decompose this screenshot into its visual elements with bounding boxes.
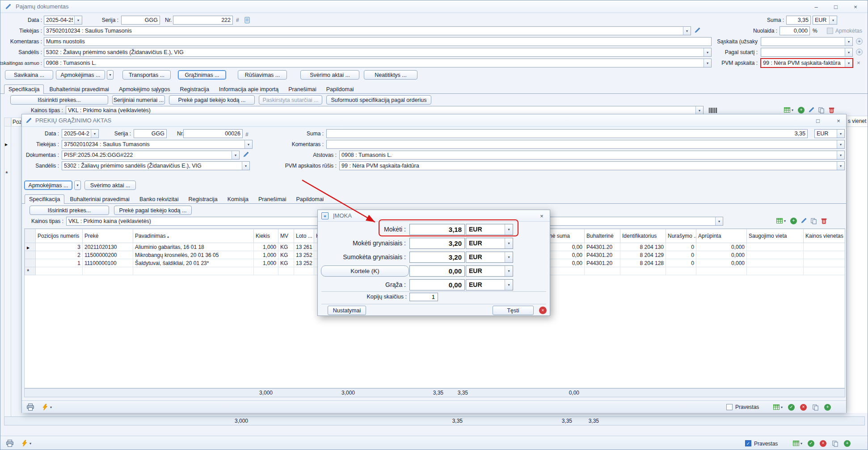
rtab-banko-rekvizitai[interactable]: Banko rekvizitai xyxy=(135,194,183,204)
graza-input[interactable]: 0,00 xyxy=(409,279,465,290)
atstovas-combo[interactable]: 0908 : Tumasonis L.▾ xyxy=(339,151,845,160)
grid-icon[interactable] xyxy=(784,106,791,114)
kortele-currency-combo[interactable]: EUR▾ xyxy=(466,265,513,277)
pencil-icon[interactable] xyxy=(243,151,249,158)
column-header[interactable]: Pozicijos numeris xyxy=(11,118,21,126)
tab-registracija[interactable]: Registracija xyxy=(176,84,214,94)
grid-icon[interactable] xyxy=(792,440,800,447)
chevron-down-icon[interactable]: ▾ xyxy=(683,27,691,35)
tab-specifikacija[interactable]: Specifikacija xyxy=(4,84,44,94)
lightning-icon[interactable] xyxy=(21,440,28,447)
nr-input[interactable]: 00026 xyxy=(183,129,243,138)
copy-icon[interactable] xyxy=(810,218,817,224)
komentaras-combo[interactable]: ▾ xyxy=(326,140,845,149)
close-button[interactable]: × xyxy=(850,2,861,11)
grid-icon[interactable] xyxy=(773,404,780,411)
lightning-icon[interactable] xyxy=(42,404,49,411)
cancel-icon[interactable]: × xyxy=(800,404,807,411)
column-header[interactable]: Kiekis xyxy=(254,229,278,243)
pvm-combo[interactable]: 99 : Nėra PVM sąskaita-faktūra▾ xyxy=(761,59,853,67)
close-button[interactable]: × xyxy=(833,116,844,125)
pravestas-checkbox[interactable] xyxy=(726,404,733,410)
chevron-down-icon[interactable]: ▾ xyxy=(505,280,513,290)
column-header[interactable]: Prekė xyxy=(83,229,133,243)
sverimo-aktai-button[interactable]: Svėrimo aktai ... xyxy=(84,181,136,190)
column-header[interactable]: Pavadinimas ▴ xyxy=(133,229,254,243)
delete-icon[interactable] xyxy=(828,107,835,114)
delete-icon[interactable] xyxy=(821,218,827,224)
graza-currency-combo[interactable]: EUR▾ xyxy=(466,279,513,290)
clear-icon[interactable]: × xyxy=(857,59,860,67)
hash-button[interactable]: # xyxy=(236,16,239,25)
preke-pagal-koda-button[interactable]: Prekė pagal tiekėjo kodą ... xyxy=(114,206,192,215)
kortele-input[interactable]: 0,00 xyxy=(409,265,465,277)
kainos-tipas-combo[interactable]: VKL : Pirkimo kaina (veiklavietės)▾ xyxy=(66,106,704,115)
copy-icon[interactable] xyxy=(812,404,819,411)
chevron-down-icon[interactable]: ▾ xyxy=(505,238,513,248)
rtab-pranesimai[interactable]: Pranešimai xyxy=(254,194,291,204)
preke-pagal-koda-button[interactable]: Prekė pagal tiekėjo kodą ... xyxy=(169,95,255,105)
copy-icon[interactable] xyxy=(818,107,825,114)
close-button[interactable]: × xyxy=(536,211,548,220)
tiekejas-combo[interactable]: 37502010234 : Saulius Tumasonis▾ xyxy=(44,26,691,35)
sumoketa-grynaisiais-input[interactable]: 3,20 xyxy=(409,252,465,263)
circle-plus-icon[interactable]: + xyxy=(856,38,863,45)
chevron-down-icon[interactable]: ▾ xyxy=(845,38,852,46)
chevron-down-icon[interactable]: ▾ xyxy=(715,217,723,225)
kopiju-skaicius-input[interactable]: 1 xyxy=(409,293,438,301)
add-row-icon[interactable]: + xyxy=(798,107,805,114)
suformuoti-specifikacija-button[interactable]: Suformuoti specifikaciją pagal orderius xyxy=(326,95,431,105)
pencil-icon[interactable] xyxy=(694,27,700,34)
confirm-icon[interactable]: ✓ xyxy=(808,440,814,447)
apmokejimas-button[interactable]: Apmokėjimas ... xyxy=(24,181,72,190)
chevron-down-icon[interactable]: ▾ xyxy=(845,48,852,56)
minimize-button[interactable]: – xyxy=(810,2,822,11)
chevron-down-icon[interactable]: ▾ xyxy=(837,140,844,148)
tab-apmokejimo-salygos[interactable]: Apmokėjimo sąlygos xyxy=(114,84,175,94)
chevron-down-icon[interactable]: ▾ xyxy=(704,48,711,56)
atskaitingas-combo[interactable]: 0908 : Tumasonis L.▾ xyxy=(44,59,712,67)
rtab-registracija[interactable]: Registracija xyxy=(184,194,222,204)
rtab-papildomai[interactable]: Papildomai xyxy=(292,194,329,204)
column-header[interactable]: MV xyxy=(278,229,294,243)
rtab-buhalteriniai-pravedimai[interactable]: Buhalteriniai pravedimai xyxy=(65,194,134,204)
serija-input[interactable]: GGG xyxy=(121,16,160,25)
document-icon[interactable] xyxy=(244,17,251,24)
serija-input[interactable]: GGG xyxy=(134,129,167,138)
pagal-sutarti-combo[interactable]: ▾ xyxy=(761,48,853,57)
serijiniai-numeriai-button[interactable]: Serijiniai numeriai ... xyxy=(112,95,165,105)
hash-button[interactable]: # xyxy=(245,130,249,139)
chevron-down-icon[interactable]: ▾ xyxy=(784,219,786,223)
column-header[interactable]: Identifikatorius xyxy=(620,229,666,243)
chevron-down-icon[interactable]: ▾ xyxy=(837,162,844,170)
suma-input[interactable]: 3,35 xyxy=(326,129,808,138)
nr-input[interactable]: 222 xyxy=(173,16,233,25)
transportas-button[interactable]: Transportas ... xyxy=(122,70,171,80)
chevron-down-icon[interactable]: ▾ xyxy=(91,130,98,138)
data-input[interactable]: 2025-04-25▾ xyxy=(44,16,82,25)
issirinkti-prekes-button[interactable]: Išsirinkti prekes... xyxy=(29,206,109,215)
chevron-down-icon[interactable]: ▾ xyxy=(845,59,852,67)
barcode-icon[interactable] xyxy=(708,107,718,114)
kortele-button[interactable]: Kortele (K) xyxy=(321,265,409,277)
column-header[interactable]: Loto ... xyxy=(294,229,314,243)
savikaina-button[interactable]: Savikaina ... xyxy=(5,70,53,80)
pvm-rusis-combo[interactable]: 99 : Nėra PVM sąskaita-faktūra▾ xyxy=(339,161,845,170)
chevron-down-icon[interactable]: ▾ xyxy=(50,405,52,409)
chevron-down-icon[interactable]: ▾ xyxy=(792,108,793,112)
add-row-icon[interactable]: + xyxy=(790,218,797,224)
tab-informacija-apie-importa[interactable]: Informacija apie importą xyxy=(215,84,283,94)
edit-pencil-icon[interactable] xyxy=(808,107,814,113)
sandelis-combo[interactable]: 5302 : Žaliavų priėmimo sandėlis (Židana… xyxy=(62,161,250,170)
moketi-grynaisiais-currency-combo[interactable]: EUR▾ xyxy=(466,238,513,249)
chevron-down-icon[interactable]: ▾ xyxy=(242,162,249,170)
apmokejimas-button[interactable]: Apmokėjimas ... xyxy=(56,70,105,80)
column-header[interactable]: s vienet xyxy=(848,118,868,124)
chevron-down-icon[interactable]: ▾ xyxy=(837,130,844,138)
chevron-down-icon[interactable]: ▾ xyxy=(829,16,837,24)
apmokejimas-caret-button[interactable]: ▾ xyxy=(74,181,81,190)
sandelis-combo[interactable]: 5302 : Žaliavų priėmimo sandėlis (Židana… xyxy=(44,48,712,57)
sumoketa-grynaisiais-currency-combo[interactable]: EUR▾ xyxy=(466,252,513,263)
suma-currency-combo[interactable]: EUR▾ xyxy=(814,129,845,138)
copy-icon[interactable] xyxy=(832,440,839,447)
